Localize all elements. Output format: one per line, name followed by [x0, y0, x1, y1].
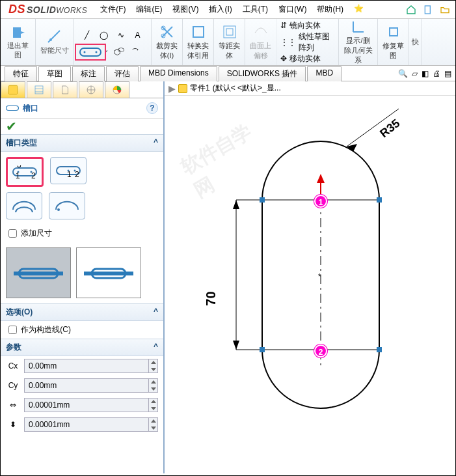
breadcrumb-arrow-icon[interactable]: ▶: [168, 83, 176, 94]
spline-tool-icon[interactable]: ∿: [114, 29, 128, 41]
home-icon[interactable]: [405, 3, 418, 16]
exit-sketch-button[interactable]: 退出草图: [1, 19, 36, 65]
circle-tool-icon[interactable]: ◯: [97, 29, 111, 41]
offset-button[interactable]: 等距实体: [214, 19, 245, 65]
linear-pattern-button[interactable]: ⋮⋮线性草图阵列: [280, 31, 334, 53]
menu-help[interactable]: 帮助(H): [313, 4, 347, 15]
polygon-tool-icon[interactable]: ⬡: [110, 46, 124, 58]
svg-rect-44: [377, 347, 382, 352]
appearance-icon[interactable]: ◧: [422, 69, 429, 78]
help-icon[interactable]: ?: [146, 102, 158, 114]
cx-field[interactable]: 0.00mm: [24, 359, 158, 373]
slot-type-3pt-arc[interactable]: [6, 192, 42, 219]
svg-text:3: 3: [17, 165, 21, 169]
tab-addins[interactable]: SOLIDWORKS 插件: [219, 66, 306, 81]
width-field[interactable]: 0.00001mm: [24, 417, 158, 432]
display-relations-button[interactable]: 显示/删除几何关系: [339, 19, 378, 65]
breadcrumb: ▶ 零件1 (默认< <默认>_显...: [165, 81, 455, 96]
open-icon[interactable]: [438, 3, 451, 16]
mirror-icon: ⇵: [280, 21, 287, 30]
add-dim-checkbox[interactable]: 添加尺寸: [6, 229, 52, 238]
search-icon[interactable]: 🔍: [398, 69, 408, 78]
convert-button[interactable]: 转换实体引用: [183, 19, 214, 65]
app-title: SOLIDWORKS: [27, 5, 87, 15]
slot-length-preview[interactable]: [6, 247, 71, 298]
svg-rect-9: [390, 28, 397, 36]
settings-icon[interactable]: ▤: [444, 69, 451, 78]
configuration-manager-tab[interactable]: [53, 81, 77, 98]
tab-evaluate[interactable]: 评估: [106, 66, 139, 81]
pm-title: 槽口: [23, 103, 38, 114]
svg-marker-35: [233, 200, 239, 209]
menu-file[interactable]: 文件(F): [96, 4, 129, 15]
cx-icon: Cx: [6, 360, 20, 372]
length-field[interactable]: 0.00001mm: [24, 398, 158, 412]
svg-rect-43: [260, 347, 265, 352]
manager-tabs: [1, 81, 163, 98]
line-tool-icon[interactable]: ╱: [80, 29, 94, 41]
section-icon[interactable]: ▱: [412, 69, 418, 78]
tab-sketch[interactable]: 草图: [38, 66, 71, 81]
slot-point-1[interactable]: 1: [314, 195, 327, 208]
fillet-tool-icon[interactable]: ⌒: [128, 46, 142, 58]
offset-surface-button[interactable]: 曲面上偏移: [245, 19, 276, 65]
svg-point-4: [96, 51, 98, 53]
breadcrumb-part[interactable]: 零件1: [190, 83, 210, 94]
move-icon: ✥: [280, 54, 287, 63]
svg-marker-47: [317, 174, 325, 183]
tab-mbd[interactable]: MBD: [307, 66, 342, 81]
repair-sketch-button[interactable]: 修复草图: [378, 19, 409, 65]
graphics-area[interactable]: ▶ 零件1 (默认< <默认>_显... 软件自学网: [165, 81, 455, 473]
construction-checkbox[interactable]: 作为构造线(C): [6, 325, 71, 334]
sketch-entities-group: ╱ ◯ ∿ A ▭ ◡ ⬭ · ⬡ ⌒: [74, 19, 152, 65]
breadcrumb-state: (默认< <默认>_显...: [213, 83, 281, 94]
quick-button[interactable]: 快: [409, 19, 422, 65]
property-manager-tab[interactable]: [27, 81, 51, 98]
menu-search-icon[interactable]: ⭐: [350, 4, 368, 15]
trim-button[interactable]: 裁剪实体(I): [152, 19, 183, 65]
menu-view[interactable]: 视图(V): [168, 4, 202, 15]
slot-type-centerpoint-arc[interactable]: [49, 192, 85, 219]
svg-rect-30: [84, 272, 133, 275]
svg-text:1: 1: [16, 171, 20, 178]
slot-pm-icon: [6, 104, 19, 113]
slot-type-centerpoint-straight[interactable]: 12: [50, 157, 87, 184]
slot-type-straight[interactable]: 312: [6, 157, 44, 187]
cy-field[interactable]: 0.00mm: [24, 378, 158, 393]
params-header[interactable]: 参数^: [1, 339, 163, 356]
svg-point-26: [57, 208, 60, 211]
length-icon: ⇔: [6, 399, 20, 411]
new-icon[interactable]: [422, 3, 435, 16]
svg-rect-11: [35, 86, 43, 94]
print-icon[interactable]: 🖨: [433, 69, 440, 78]
feature-manager-tab[interactable]: [1, 81, 25, 98]
dim-70[interactable]: 70: [204, 291, 219, 305]
menu-tools[interactable]: 工具(T): [239, 4, 272, 15]
menu-edit[interactable]: 编辑(E): [132, 4, 166, 15]
slot-tool-button[interactable]: [75, 44, 106, 61]
svg-rect-7: [224, 26, 235, 38]
pattern-group: ⇵镜向实体 ⋮⋮线性草图阵列 ✥移动实体: [276, 19, 339, 65]
ok-button[interactable]: ✔: [1, 119, 16, 134]
tab-mbd-dim[interactable]: MBD Dimensions: [140, 66, 217, 81]
smart-dim-button[interactable]: 智能尺寸: [36, 19, 74, 65]
tab-annotate[interactable]: 标注: [72, 66, 105, 81]
text-tool-icon[interactable]: A: [131, 29, 145, 41]
svg-rect-10: [8, 85, 18, 94]
svg-rect-0: [425, 6, 430, 14]
cy-icon: Cy: [6, 380, 20, 391]
menu-window[interactable]: 窗口(W): [275, 4, 310, 15]
slot-overall-preview[interactable]: [76, 247, 141, 298]
slot-point-2[interactable]: 2: [314, 344, 327, 357]
width-icon: ⬍: [6, 419, 20, 430]
options-header[interactable]: 选项(O)^: [1, 303, 163, 321]
mirror-button[interactable]: ⇵镜向实体: [280, 20, 321, 31]
tab-feature[interactable]: 特征: [5, 66, 37, 81]
menu-insert[interactable]: 插入(I): [205, 4, 235, 15]
move-button[interactable]: ✥移动实体: [280, 53, 321, 64]
slot-type-header[interactable]: 槽口类型^: [1, 134, 163, 152]
svg-point-3: [84, 51, 86, 53]
dimxpert-manager-tab[interactable]: [79, 81, 103, 98]
svg-rect-2: [80, 48, 101, 56]
display-manager-tab[interactable]: [105, 81, 129, 98]
